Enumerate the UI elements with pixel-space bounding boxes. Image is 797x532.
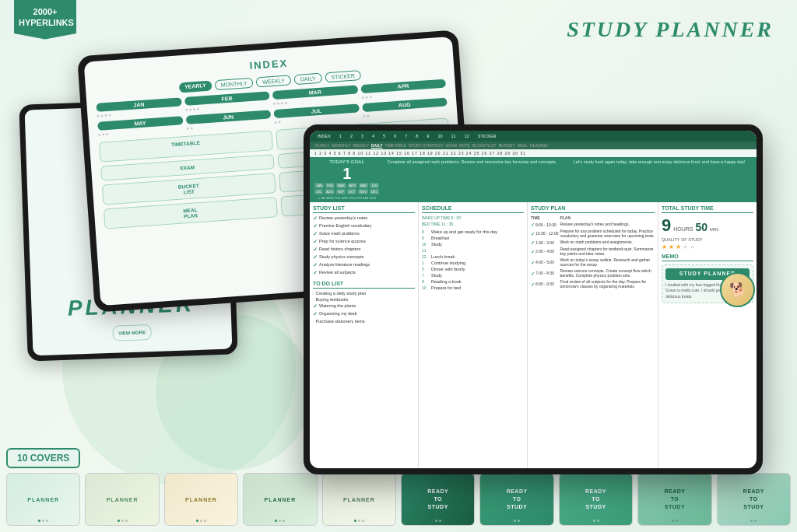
plan-desc-5: Work on today's essay outline. Research … (560, 257, 655, 267)
weekdays: MON TUE WED THU FRI SAT SUN (326, 196, 376, 200)
goal-month-oct[interactable]: OCT (347, 189, 356, 194)
study-item-2: ✓ Practice English vocabulary (313, 223, 415, 229)
cover-2[interactable]: PLANNER (85, 473, 159, 526)
wake-time: WAKE UP TIME 6 : 30 (422, 215, 524, 220)
banner-line1: 2000+ (33, 7, 58, 16)
subnav-weekly[interactable]: WEEKLY (353, 143, 368, 148)
plan-time-5: ✓ 4:00 - 5:00 (531, 257, 558, 267)
nav-index[interactable]: INDEX (314, 133, 334, 139)
goal-month-feb[interactable]: FEB (325, 183, 335, 188)
subnav-note[interactable]: NOTE (459, 143, 470, 148)
nav-8[interactable]: 8 (413, 133, 421, 139)
nav-sticker[interactable]: STICKER (325, 70, 361, 82)
cover-4-text: PLANNER (265, 497, 297, 502)
motivation-text: Let's study hard again today, take enoug… (569, 159, 752, 164)
todo-1: · Creating a daily study plan (313, 291, 415, 296)
covers-grid: PLANNER PLANNER PLANNER PLANNER PLANNER … (6, 473, 791, 526)
study-item-8: ✓ Review all subjects (313, 270, 415, 276)
goal-month-jun[interactable]: JUN (370, 183, 379, 188)
nav-11[interactable]: 11 (448, 133, 459, 139)
nav-sticker[interactable]: STICKER (475, 133, 500, 139)
sched-10: 10 Prepare for bed (422, 285, 524, 290)
cover-1-text: PLANNER (27, 497, 59, 502)
study-item-7: ✓ Analyze literature readings (313, 262, 415, 268)
todo-2: · Buying textbooks (313, 297, 415, 302)
nav-2[interactable]: 2 (347, 133, 356, 139)
goal-month-aug[interactable]: AUG (325, 189, 335, 194)
sched-6: 1 Continue studying (422, 261, 524, 265)
goal-month-jan[interactable]: JAN (314, 183, 324, 188)
cover-8[interactable]: READYTOSTUDY (559, 473, 633, 526)
todo-3: ✓ Watering the plants (313, 303, 415, 310)
goal-month-dec[interactable]: DEC (370, 189, 379, 194)
page-title: STUDY PLANNER (567, 17, 774, 42)
plan-time-6: ✓ 7:00 - 8:30 (531, 268, 558, 278)
study-plan-header: STUDY PLAN (531, 205, 655, 213)
cover-10-text: READYTOSTUDY (743, 488, 764, 510)
nav-3[interactable]: 3 (358, 133, 367, 139)
hours-label: HOURS (673, 226, 693, 232)
nav-12[interactable]: 12 (462, 133, 472, 139)
banner-line2: HYPERLINKS (19, 18, 74, 27)
cover-5-text: PLANNER (343, 497, 375, 502)
goal-month-sep[interactable]: SEP (336, 189, 346, 194)
todo-4: ✓ Organizing my desk (313, 311, 415, 317)
subnav-yearly[interactable]: YEARLY (314, 143, 329, 148)
subnav-bucket[interactable]: BUCKETLIST (472, 143, 497, 148)
memo-header: MEMO (662, 254, 753, 261)
cover-3[interactable]: PLANNER (164, 473, 238, 526)
cover-1[interactable]: PLANNER (6, 473, 80, 526)
days-count: 50 (321, 196, 325, 200)
to-do-section: TO DO LIST · Creating a daily study plan… (313, 281, 415, 324)
cover-6[interactable]: READYTOSTUDY (401, 473, 475, 526)
sched-4: 11 (422, 248, 524, 253)
cover-7[interactable]: READYTOSTUDY (479, 473, 553, 526)
nav-6[interactable]: 6 (391, 133, 399, 139)
goal-month-mar[interactable]: MAR (336, 183, 346, 188)
memo-area: STUDY PLANNER I studied with my four-leg… (662, 264, 753, 303)
subnav-monthly[interactable]: MONTHLY (332, 143, 350, 148)
subnav-daily[interactable]: DAILY (371, 143, 383, 148)
subnav-reading[interactable]: READING (530, 143, 548, 148)
nav-4[interactable]: 4 (369, 133, 377, 139)
subnav-exam[interactable]: EXAM (446, 143, 457, 148)
goal-month-may[interactable]: MAY (359, 183, 368, 188)
nav-9[interactable]: 9 (423, 133, 432, 139)
plan-desc-3: Work on math problems and assignments. (560, 240, 655, 245)
plan-time-1: ✓ 9:00 - 10:30 (531, 222, 558, 227)
cover-4[interactable]: PLANNER (243, 473, 317, 526)
sched-8: 7 Study (422, 273, 524, 278)
nav-5[interactable]: 5 (380, 133, 388, 139)
plan-time-7: ✓ 8:00 - 9:30 (531, 279, 558, 289)
sched-5: 12 Lunch break (422, 254, 524, 259)
total-hours: 9 (662, 215, 671, 236)
subnav-strategy[interactable]: STUDY STRATEGY (409, 143, 444, 148)
cover-10[interactable]: READYTOSTUDY (717, 473, 791, 526)
subnav-timetable[interactable]: TIMETABLE (384, 143, 406, 148)
cover-8-text: READYTOSTUDY (585, 488, 606, 510)
nav-daily[interactable]: DAILY (293, 73, 322, 85)
cover-5[interactable]: PLANNER (322, 473, 396, 526)
todays-goal-section: TODAY'S GOAL 1 JAN FEB MAR APR MAY JUN J… (310, 157, 757, 202)
study-list-header: STUDY LIST (313, 205, 415, 213)
plan-desc-6: Review science concepts. Create concept … (560, 268, 655, 278)
goal-month-nov[interactable]: NOV (358, 189, 368, 194)
nav-1[interactable]: 1 (336, 133, 345, 139)
sched-1: 8 Wake up and get ready for this day (422, 229, 524, 234)
nav-7[interactable]: 7 (402, 133, 410, 139)
goal-month-apr[interactable]: APR (348, 183, 357, 188)
goal-month-jul[interactable]: JUL (314, 189, 323, 194)
subnav-meal[interactable]: MEAL (517, 143, 528, 148)
plan-time-3: ✓ 1:00 - 2:00 (531, 240, 558, 245)
pet-sticker: 🐕 (720, 272, 755, 307)
quality-label: QUALITY OF STUDY (662, 237, 753, 242)
nav-yearly[interactable]: YEARLY (179, 81, 212, 93)
cover-9[interactable]: READYTOSTUDY (637, 473, 711, 526)
covers-label: 10 COVERS (6, 448, 80, 468)
checkbox-50[interactable]: □ (318, 196, 319, 200)
nav-monthly[interactable]: MONTHLY (214, 78, 254, 90)
nav-10[interactable]: 10 (434, 133, 445, 139)
nav-weekly[interactable]: WEEKLY (256, 75, 291, 87)
subnav-budget[interactable]: BUDGET (499, 143, 515, 148)
sched-3: 10 Study (422, 242, 524, 247)
